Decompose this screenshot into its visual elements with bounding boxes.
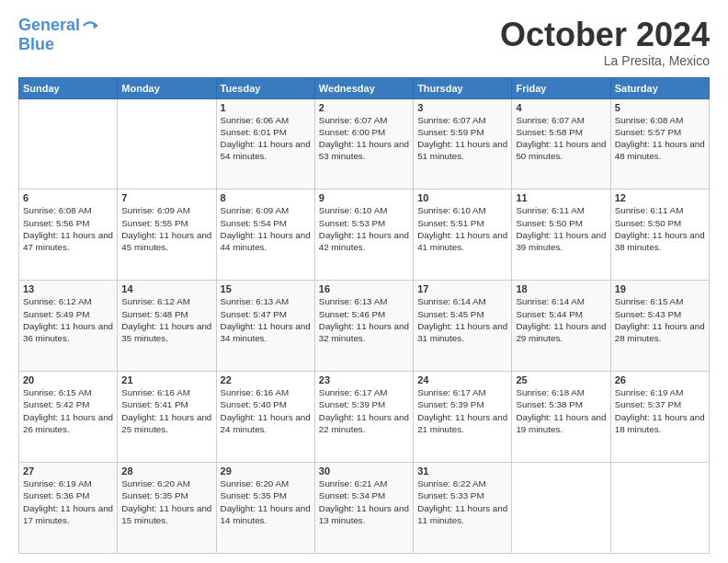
day-info: Sunrise: 6:19 AM Sunset: 5:37 PM Dayligh… <box>615 386 705 435</box>
table-row: 25Sunrise: 6:18 AM Sunset: 5:38 PM Dayli… <box>512 372 610 463</box>
header: General Blue October 2024 La Presita, Me… <box>18 17 710 68</box>
day-number: 12 <box>615 192 705 203</box>
header-tuesday: Tuesday <box>216 77 314 98</box>
header-thursday: Thursday <box>414 77 512 98</box>
table-row: 6Sunrise: 6:08 AM Sunset: 5:56 PM Daylig… <box>19 190 118 281</box>
day-number: 31 <box>417 465 507 477</box>
table-row: 9Sunrise: 6:10 AM Sunset: 5:53 PM Daylig… <box>314 190 413 281</box>
day-number: 16 <box>319 283 409 294</box>
logo-line2: Blue <box>18 35 98 54</box>
day-number: 29 <box>221 465 311 477</box>
table-row: 11Sunrise: 6:11 AM Sunset: 5:50 PM Dayli… <box>512 190 610 281</box>
svg-marker-0 <box>94 22 98 29</box>
table-row: 28Sunrise: 6:20 AM Sunset: 5:35 PM Dayli… <box>118 463 216 554</box>
day-info: Sunrise: 6:10 AM Sunset: 5:53 PM Dayligh… <box>319 204 409 253</box>
day-info: Sunrise: 6:11 AM Sunset: 5:50 PM Dayligh… <box>615 204 705 253</box>
day-number: 19 <box>615 283 705 294</box>
table-row: 1Sunrise: 6:06 AM Sunset: 6:01 PM Daylig… <box>216 98 314 190</box>
day-info: Sunrise: 6:13 AM Sunset: 5:46 PM Dayligh… <box>319 295 409 344</box>
month-title: October 2024 <box>500 17 710 53</box>
day-number: 27 <box>23 465 113 477</box>
logo: General Blue <box>18 17 98 54</box>
table-row: 13Sunrise: 6:12 AM Sunset: 5:49 PM Dayli… <box>19 281 118 372</box>
day-number: 9 <box>319 192 409 203</box>
day-number: 14 <box>121 283 211 294</box>
day-info: Sunrise: 6:22 AM Sunset: 5:33 PM Dayligh… <box>417 477 507 526</box>
day-info: Sunrise: 6:16 AM Sunset: 5:41 PM Dayligh… <box>121 386 211 435</box>
table-row: 14Sunrise: 6:12 AM Sunset: 5:48 PM Dayli… <box>118 281 216 372</box>
header-friday: Friday <box>512 77 610 98</box>
day-info: Sunrise: 6:12 AM Sunset: 5:49 PM Dayligh… <box>23 295 113 344</box>
table-row <box>512 463 610 554</box>
table-row: 27Sunrise: 6:19 AM Sunset: 5:36 PM Dayli… <box>19 463 118 554</box>
table-row: 2Sunrise: 6:07 AM Sunset: 6:00 PM Daylig… <box>314 98 413 190</box>
table-row <box>610 463 709 554</box>
day-number: 23 <box>319 374 409 385</box>
table-row: 20Sunrise: 6:15 AM Sunset: 5:42 PM Dayli… <box>19 372 118 463</box>
table-row: 26Sunrise: 6:19 AM Sunset: 5:37 PM Dayli… <box>610 372 709 463</box>
day-number: 26 <box>615 374 705 385</box>
day-number: 15 <box>221 283 311 294</box>
weekday-header-row: Sunday Monday Tuesday Wednesday Thursday… <box>19 77 710 98</box>
title-block: October 2024 La Presita, Mexico <box>500 17 710 68</box>
day-number: 5 <box>615 102 705 113</box>
day-info: Sunrise: 6:14 AM Sunset: 5:45 PM Dayligh… <box>417 295 507 344</box>
table-row: 23Sunrise: 6:17 AM Sunset: 5:39 PM Dayli… <box>314 372 413 463</box>
day-number: 20 <box>23 374 113 385</box>
day-number: 8 <box>221 192 311 203</box>
day-number: 21 <box>121 374 211 385</box>
day-info: Sunrise: 6:07 AM Sunset: 5:58 PM Dayligh… <box>516 114 606 163</box>
day-info: Sunrise: 6:10 AM Sunset: 5:51 PM Dayligh… <box>417 204 507 253</box>
day-number: 3 <box>417 102 507 113</box>
day-info: Sunrise: 6:20 AM Sunset: 5:35 PM Dayligh… <box>221 477 311 526</box>
day-number: 13 <box>23 283 113 294</box>
day-info: Sunrise: 6:07 AM Sunset: 6:00 PM Dayligh… <box>319 114 409 163</box>
day-number: 17 <box>417 283 507 294</box>
day-info: Sunrise: 6:16 AM Sunset: 5:40 PM Dayligh… <box>221 386 311 435</box>
day-info: Sunrise: 6:12 AM Sunset: 5:48 PM Dayligh… <box>121 295 211 344</box>
table-row: 5Sunrise: 6:08 AM Sunset: 5:57 PM Daylig… <box>610 98 709 190</box>
calendar-week-1: 6Sunrise: 6:08 AM Sunset: 5:56 PM Daylig… <box>19 190 710 281</box>
table-row: 7Sunrise: 6:09 AM Sunset: 5:55 PM Daylig… <box>118 190 216 281</box>
calendar-week-2: 13Sunrise: 6:12 AM Sunset: 5:49 PM Dayli… <box>19 281 710 372</box>
day-number: 25 <box>516 374 606 385</box>
day-info: Sunrise: 6:06 AM Sunset: 6:01 PM Dayligh… <box>221 114 311 163</box>
table-row: 19Sunrise: 6:15 AM Sunset: 5:43 PM Dayli… <box>610 281 709 372</box>
day-number: 7 <box>121 192 211 203</box>
table-row: 3Sunrise: 6:07 AM Sunset: 5:59 PM Daylig… <box>414 98 512 190</box>
table-row: 30Sunrise: 6:21 AM Sunset: 5:34 PM Dayli… <box>314 463 413 554</box>
day-info: Sunrise: 6:17 AM Sunset: 5:39 PM Dayligh… <box>319 386 409 435</box>
table-row: 24Sunrise: 6:17 AM Sunset: 5:39 PM Dayli… <box>414 372 512 463</box>
day-number: 24 <box>417 374 507 385</box>
header-saturday: Saturday <box>610 77 709 98</box>
day-number: 30 <box>319 465 409 477</box>
table-row: 10Sunrise: 6:10 AM Sunset: 5:51 PM Dayli… <box>414 190 512 281</box>
day-number: 10 <box>417 192 507 203</box>
logo-icon <box>82 17 98 34</box>
header-sunday: Sunday <box>19 77 118 98</box>
day-info: Sunrise: 6:08 AM Sunset: 5:57 PM Dayligh… <box>615 114 705 163</box>
day-info: Sunrise: 6:09 AM Sunset: 5:54 PM Dayligh… <box>221 204 311 253</box>
day-number: 28 <box>121 465 211 477</box>
day-number: 2 <box>319 102 409 113</box>
calendar-week-3: 20Sunrise: 6:15 AM Sunset: 5:42 PM Dayli… <box>19 372 710 463</box>
day-info: Sunrise: 6:21 AM Sunset: 5:34 PM Dayligh… <box>319 477 409 526</box>
calendar-week-0: 1Sunrise: 6:06 AM Sunset: 6:01 PM Daylig… <box>19 98 710 190</box>
day-number: 6 <box>23 192 113 203</box>
day-info: Sunrise: 6:14 AM Sunset: 5:44 PM Dayligh… <box>516 295 606 344</box>
location: La Presita, Mexico <box>500 53 710 68</box>
day-number: 1 <box>221 102 311 113</box>
day-info: Sunrise: 6:15 AM Sunset: 5:42 PM Dayligh… <box>23 386 113 435</box>
table-row: 31Sunrise: 6:22 AM Sunset: 5:33 PM Dayli… <box>414 463 512 554</box>
table-row: 22Sunrise: 6:16 AM Sunset: 5:40 PM Dayli… <box>216 372 314 463</box>
day-info: Sunrise: 6:15 AM Sunset: 5:43 PM Dayligh… <box>615 295 705 344</box>
day-info: Sunrise: 6:11 AM Sunset: 5:50 PM Dayligh… <box>516 204 606 253</box>
day-info: Sunrise: 6:07 AM Sunset: 5:59 PM Dayligh… <box>417 114 507 163</box>
day-info: Sunrise: 6:20 AM Sunset: 5:35 PM Dayligh… <box>121 477 211 526</box>
table-row: 17Sunrise: 6:14 AM Sunset: 5:45 PM Dayli… <box>414 281 512 372</box>
table-row: 4Sunrise: 6:07 AM Sunset: 5:58 PM Daylig… <box>512 98 610 190</box>
day-number: 22 <box>221 374 311 385</box>
table-row: 16Sunrise: 6:13 AM Sunset: 5:46 PM Dayli… <box>314 281 413 372</box>
header-wednesday: Wednesday <box>314 77 413 98</box>
table-row: 12Sunrise: 6:11 AM Sunset: 5:50 PM Dayli… <box>610 190 709 281</box>
